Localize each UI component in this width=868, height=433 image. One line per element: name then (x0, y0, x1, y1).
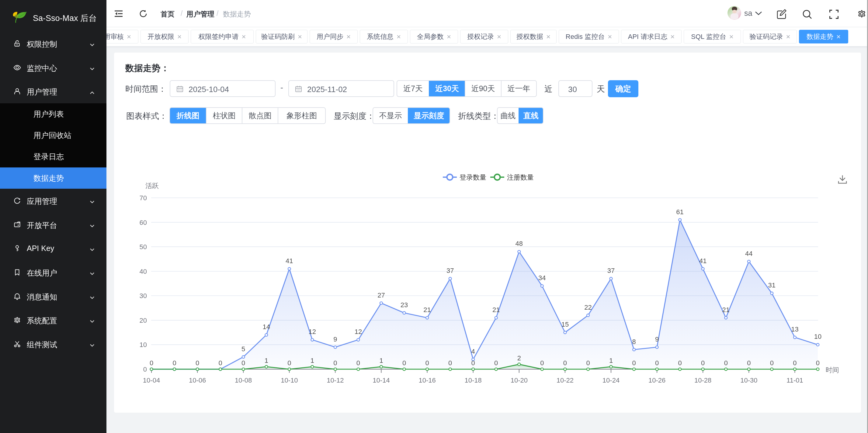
svg-text:0: 0 (425, 359, 429, 367)
svg-text:10-18: 10-18 (465, 376, 482, 384)
svg-text:0: 0 (701, 359, 705, 367)
svg-text:10-30: 10-30 (740, 376, 757, 384)
svg-text:10: 10 (140, 341, 147, 348)
svg-text:21: 21 (722, 306, 730, 313)
svg-text:1: 1 (609, 357, 613, 364)
svg-text:37: 37 (446, 267, 454, 274)
svg-text:0: 0 (655, 359, 659, 367)
svg-text:10-10: 10-10 (281, 376, 298, 384)
svg-text:5: 5 (242, 345, 245, 353)
svg-text:0: 0 (242, 359, 245, 367)
svg-text:60: 60 (140, 219, 147, 226)
svg-text:1: 1 (311, 357, 314, 364)
svg-text:0: 0 (563, 359, 567, 367)
svg-text:61: 61 (676, 208, 683, 216)
svg-text:0: 0 (632, 359, 636, 367)
svg-text:13: 13 (791, 326, 798, 333)
svg-text:4: 4 (471, 347, 475, 355)
svg-text:0: 0 (586, 359, 590, 367)
svg-text:48: 48 (516, 240, 523, 247)
svg-text:21: 21 (423, 306, 431, 313)
svg-text:50: 50 (140, 243, 147, 251)
svg-text:10-26: 10-26 (648, 376, 665, 384)
svg-text:10-06: 10-06 (189, 376, 206, 384)
svg-text:10: 10 (814, 333, 822, 340)
svg-text:0: 0 (793, 359, 797, 367)
svg-text:0: 0 (333, 359, 337, 367)
svg-text:0: 0 (678, 359, 682, 367)
svg-text:44: 44 (745, 250, 752, 257)
svg-text:0: 0 (218, 359, 222, 367)
svg-text:10-20: 10-20 (510, 376, 528, 384)
svg-text:2: 2 (517, 354, 521, 362)
svg-text:12: 12 (309, 328, 316, 335)
svg-text:时间: 时间 (826, 366, 839, 374)
svg-text:0: 0 (770, 359, 774, 367)
svg-text:27: 27 (377, 291, 385, 299)
svg-text:12: 12 (354, 328, 362, 335)
svg-text:0: 0 (287, 359, 291, 367)
svg-text:10-24: 10-24 (602, 376, 620, 384)
svg-text:0: 0 (471, 359, 475, 367)
svg-text:0: 0 (747, 359, 751, 367)
svg-text:10-28: 10-28 (694, 376, 711, 384)
svg-text:30: 30 (140, 292, 147, 300)
svg-text:37: 37 (607, 267, 615, 274)
svg-text:0: 0 (448, 359, 452, 367)
svg-text:0: 0 (816, 359, 819, 367)
svg-text:注册数量: 注册数量 (507, 173, 534, 181)
svg-text:1: 1 (265, 357, 268, 364)
svg-text:9: 9 (333, 335, 337, 343)
svg-text:11-01: 11-01 (786, 376, 803, 384)
svg-text:22: 22 (584, 304, 592, 311)
svg-text:41: 41 (699, 257, 707, 265)
svg-text:10-16: 10-16 (418, 376, 436, 384)
svg-text:10-04: 10-04 (143, 376, 160, 384)
svg-text:10-08: 10-08 (235, 376, 252, 384)
svg-text:8: 8 (632, 338, 636, 345)
svg-text:40: 40 (140, 268, 147, 275)
svg-text:0: 0 (195, 359, 199, 367)
svg-text:21: 21 (492, 306, 500, 313)
svg-text:10-14: 10-14 (373, 376, 390, 384)
svg-text:活跃: 活跃 (145, 182, 159, 190)
svg-text:0: 0 (402, 359, 406, 367)
svg-text:0: 0 (173, 359, 176, 367)
svg-text:34: 34 (538, 274, 546, 282)
svg-text:14: 14 (263, 323, 270, 331)
svg-text:0: 0 (494, 359, 498, 367)
svg-text:0: 0 (724, 359, 728, 367)
svg-text:10-12: 10-12 (327, 376, 344, 384)
svg-text:23: 23 (401, 301, 408, 309)
svg-text:41: 41 (286, 257, 293, 265)
svg-text:0: 0 (150, 359, 153, 367)
svg-text:0: 0 (143, 366, 147, 373)
svg-text:15: 15 (561, 321, 569, 328)
svg-text:登录数量: 登录数量 (460, 173, 486, 181)
svg-text:10-22: 10-22 (557, 376, 574, 384)
svg-text:70: 70 (140, 194, 147, 202)
svg-text:31: 31 (768, 281, 776, 289)
svg-text:20: 20 (140, 317, 147, 324)
svg-text:9: 9 (655, 335, 659, 343)
svg-text:0: 0 (540, 359, 544, 367)
svg-text:0: 0 (356, 359, 360, 367)
svg-text:1: 1 (379, 357, 383, 364)
